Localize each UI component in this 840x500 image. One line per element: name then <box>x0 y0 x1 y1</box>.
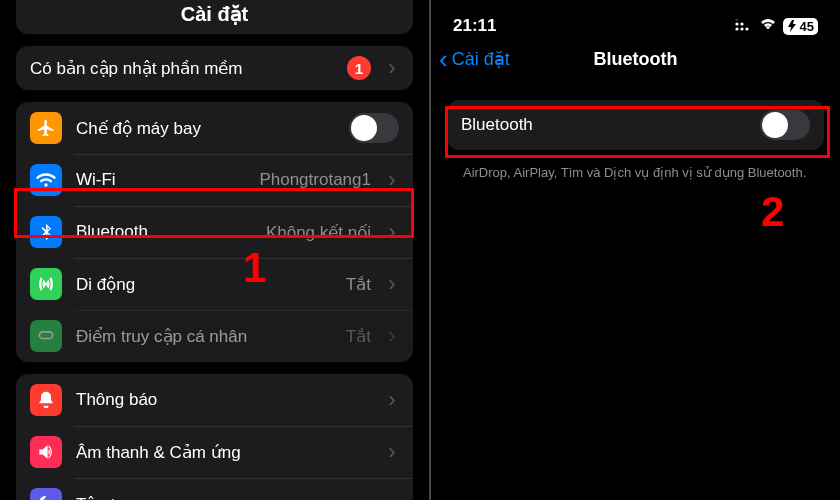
software-update-row[interactable]: Có bản cập nhật phần mềm 1 › <box>16 46 413 90</box>
page-title: Cài đặt <box>16 0 413 34</box>
chevron-right-icon: › <box>385 389 399 411</box>
chevron-right-icon: › <box>385 169 399 191</box>
bluetooth-settings-screen: 21:11 45 ‹ Cài đặt Bluetooth Bluetooth A… <box>431 0 840 500</box>
wifi-icon <box>30 164 62 196</box>
sounds-row[interactable]: Âm thanh & Cảm ứng › <box>16 426 413 478</box>
svg-point-1 <box>740 27 743 30</box>
wifi-row[interactable]: Wi-Fi Phongtrotang1 › <box>16 154 413 206</box>
chevron-right-icon: › <box>385 325 399 347</box>
status-bar: 21:11 45 <box>431 0 840 40</box>
software-update-label: Có bản cập nhật phần mềm <box>30 58 333 79</box>
network-group: Chế độ máy bay Wi-Fi Phongtrotang1 › Blu… <box>16 102 413 362</box>
signal-icon <box>735 16 753 36</box>
battery-indicator: 45 <box>783 18 818 35</box>
bluetooth-toggle-row[interactable]: Bluetooth <box>447 100 824 150</box>
chevron-right-icon: › <box>385 221 399 243</box>
hotspot-label: Điểm truy cập cá nhân <box>76 326 332 347</box>
status-time: 21:11 <box>453 16 496 36</box>
back-button[interactable]: ‹ Cài đặt <box>439 46 510 72</box>
bluetooth-row[interactable]: Bluetooth Không kết nối › <box>16 206 413 258</box>
svg-point-2 <box>745 27 748 30</box>
hotspot-value: Tắt <box>346 326 371 347</box>
bluetooth-label: Bluetooth <box>76 222 252 242</box>
svg-point-0 <box>735 27 738 30</box>
airplane-label: Chế độ máy bay <box>76 118 335 139</box>
cellular-icon <box>30 268 62 300</box>
bluetooth-icon <box>30 216 62 248</box>
notifications-icon <box>30 384 62 416</box>
battery-percent: 45 <box>800 19 814 34</box>
hotspot-row[interactable]: Điểm truy cập cá nhân Tắt › <box>16 310 413 362</box>
software-update-group: Có bản cập nhật phần mềm 1 › <box>16 46 413 90</box>
svg-point-4 <box>740 22 743 25</box>
focus-row[interactable]: Tập trung › <box>16 478 413 500</box>
notifications-row[interactable]: Thông báo › <box>16 374 413 426</box>
cellular-label: Di động <box>76 274 332 295</box>
wifi-status-icon <box>759 16 777 36</box>
bluetooth-value: Không kết nối <box>266 222 371 243</box>
step-number-2: 2 <box>761 188 784 236</box>
bluetooth-caption: AirDrop, AirPlay, Tìm và Dịch vụ định vị… <box>431 156 840 182</box>
cellular-row[interactable]: Di động Tắt › <box>16 258 413 310</box>
sounds-label: Âm thanh & Cảm ứng <box>76 442 371 463</box>
chevron-right-icon: › <box>385 273 399 295</box>
notifications-label: Thông báo <box>76 390 371 410</box>
alerts-group: Thông báo › Âm thanh & Cảm ứng › Tập tru… <box>16 374 413 500</box>
settings-main-screen: Cài đặt Có bản cập nhật phần mềm 1 › Chế… <box>0 0 429 500</box>
cellular-value: Tắt <box>346 274 371 295</box>
nav-bar: ‹ Cài đặt Bluetooth <box>431 40 840 82</box>
chevron-right-icon: › <box>385 441 399 463</box>
wifi-label: Wi-Fi <box>76 170 245 190</box>
hotspot-icon <box>30 320 62 352</box>
back-label: Cài đặt <box>452 48 510 70</box>
chevron-right-icon: › <box>385 57 399 79</box>
airplane-mode-row[interactable]: Chế độ máy bay <box>16 102 413 154</box>
bluetooth-toggle[interactable] <box>760 110 810 140</box>
focus-icon <box>30 488 62 500</box>
airplane-icon <box>30 112 62 144</box>
update-badge: 1 <box>347 56 371 80</box>
sounds-icon <box>30 436 62 468</box>
chevron-left-icon: ‹ <box>439 46 448 72</box>
wifi-value: Phongtrotang1 <box>259 170 371 190</box>
step-number-1: 1 <box>243 244 266 292</box>
bluetooth-toggle-group: Bluetooth <box>447 100 824 150</box>
bluetooth-toggle-label: Bluetooth <box>461 115 746 135</box>
svg-point-3 <box>735 22 738 25</box>
airplane-toggle[interactable] <box>349 113 399 143</box>
chevron-right-icon: › <box>385 493 399 500</box>
focus-label: Tập trung <box>76 494 371 501</box>
svg-point-5 <box>735 19 738 21</box>
